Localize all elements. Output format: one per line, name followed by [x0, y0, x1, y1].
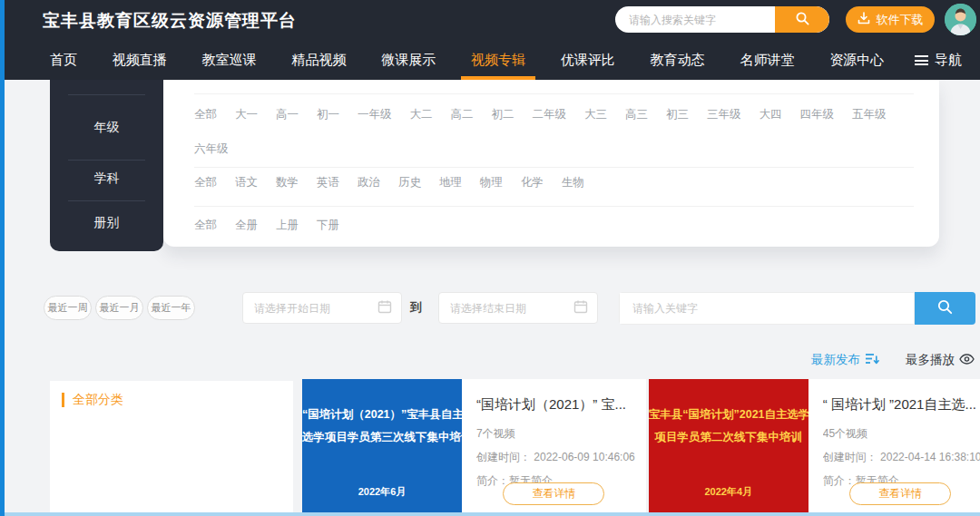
end-date-field [438, 292, 598, 324]
album-cover-date: 2022年4月 [649, 485, 808, 499]
album-info-0: “国培计划（2021）” 宝...7个视频创建时间： 2022-06-09 10… [462, 379, 646, 513]
software-download-button[interactable]: 软件下载 [846, 6, 935, 33]
filter-option[interactable]: 上册 [276, 216, 299, 234]
album-video-count: 45个视频 [823, 426, 980, 442]
filter-option[interactable]: 化学 [521, 173, 544, 191]
album-cover-title-line: 项目学员第二次线下集中培训 [649, 426, 808, 449]
filter-option[interactable]: 下册 [317, 216, 339, 234]
end-date-input[interactable] [439, 302, 573, 315]
album-title: “国培计划（2021）” 宝... [476, 395, 635, 414]
filter-option[interactable]: 英语 [317, 173, 339, 191]
filter-options-row-0: 全部大一高一初一一年级大二高二初二二年级大三高三初三三年级大四四年级五年级六年级 [194, 105, 914, 158]
quick-filter-last-year[interactable]: 最近一年 [147, 296, 195, 320]
filter-option[interactable]: 大二 [410, 105, 433, 123]
bottom-strip [0, 512, 980, 516]
filter-option[interactable]: 高二 [451, 105, 474, 123]
album-cover-date: 2022年6月 [302, 485, 462, 499]
nav-item-5[interactable]: 视频专辑 [466, 40, 530, 80]
filter-options-row-2: 全部全册上册下册 [194, 216, 914, 234]
category-header[interactable]: 全部分类 [62, 392, 293, 408]
filter-option[interactable]: 政治 [358, 173, 380, 191]
header: 宝丰县教育区级云资源管理平台 软件下载 首页视频直播教室巡课精品视频微课展示 [0, 0, 980, 80]
filter-option[interactable]: 六年级 [194, 140, 229, 158]
filter-option[interactable]: 二年级 [533, 105, 567, 123]
album-cover-title: 宝丰县“国培计划”2021自主选学项目学员第二次线下集中培训 [649, 404, 808, 449]
filter-option[interactable]: 全册 [235, 216, 258, 234]
eye-icon [959, 354, 975, 367]
album-info-1: “ 国培计划 ”2021自主选...45个视频创建时间： 2022-04-14 … [808, 379, 980, 513]
header-search [615, 6, 829, 33]
filter-category-0[interactable]: 年级 [50, 120, 163, 136]
divider [68, 160, 145, 161]
filter-option[interactable]: 大一 [235, 105, 258, 123]
page-title: 宝丰县教育区级云资源管理平台 [43, 9, 297, 33]
nav-item-6[interactable]: 优课评比 [556, 40, 620, 80]
view-detail-button[interactable]: 查看详情 [503, 482, 604, 505]
filter-option[interactable]: 数学 [276, 173, 299, 191]
avatar[interactable] [945, 4, 976, 35]
menu-icon [915, 55, 928, 65]
filter-option[interactable]: 历史 [398, 173, 421, 191]
nav-item-4[interactable]: 微课展示 [377, 40, 440, 80]
filter-options-panel: 全部大一高一初一一年级大二高二初二二年级大三高三初三三年级大四四年级五年级六年级… [163, 80, 939, 247]
keyword-search-button[interactable] [915, 292, 975, 325]
album-created-time: 创建时间： 2022-04-14 16:38:10 [823, 450, 980, 465]
filter-option[interactable]: 物理 [480, 173, 503, 191]
album-card-0: “国培计划（2021）”宝丰县自主选学项目学员第三次线下集中培训2022年6月“… [302, 379, 646, 513]
filter-option[interactable]: 全部 [194, 173, 217, 191]
divider [68, 94, 145, 95]
filter-option[interactable]: 生物 [562, 173, 584, 191]
sort-newest[interactable]: 最新发布 [811, 352, 880, 368]
filter-option[interactable]: 初一 [317, 105, 339, 123]
filter-option[interactable]: 四年级 [800, 105, 835, 123]
album-card-1: 宝丰县“国培计划”2021自主选学项目学员第二次线下集中培训2022年4月“ 国… [649, 379, 980, 513]
filter-category-2[interactable]: 册别 [50, 215, 163, 231]
header-search-input[interactable] [615, 6, 775, 33]
search-icon [936, 298, 954, 318]
album-cover-0[interactable]: “国培计划（2021）”宝丰县自主选学项目学员第三次线下集中培训2022年6月 [302, 379, 462, 513]
filter-option[interactable]: 全部 [194, 105, 217, 123]
nav-item-8[interactable]: 名师讲堂 [735, 40, 799, 80]
filter-option[interactable]: 一年级 [358, 105, 392, 123]
filter-option[interactable]: 大四 [760, 105, 782, 123]
filter-sidebar: 年级学科册别 [50, 80, 163, 251]
quick-filter-last-week[interactable]: 最近一周 [44, 296, 92, 320]
keyword-input[interactable] [620, 293, 914, 324]
divider [194, 93, 914, 94]
filter-category-1[interactable]: 学科 [50, 170, 163, 187]
nav-item-2[interactable]: 教室巡课 [198, 40, 261, 80]
filter-option[interactable]: 语文 [235, 173, 258, 191]
nav-more[interactable]: 导航 [915, 52, 962, 69]
filter-option[interactable]: 地理 [439, 173, 462, 191]
start-date-field [242, 292, 402, 324]
nav-item-0[interactable]: 首页 [45, 40, 82, 80]
nav-item-1[interactable]: 视频直播 [108, 40, 172, 80]
album-cover-1[interactable]: 宝丰县“国培计划”2021自主选学项目学员第二次线下集中培训2022年4月 [649, 379, 808, 513]
nav-more-label: 导航 [935, 52, 962, 69]
view-detail-button[interactable]: 查看详情 [849, 482, 951, 505]
nav-item-7[interactable]: 教育动态 [646, 40, 710, 80]
filter-option[interactable]: 五年级 [852, 105, 887, 123]
nav-item-9[interactable]: 资源中心 [825, 40, 888, 80]
album-video-count: 7个视频 [476, 426, 635, 442]
filter-option[interactable]: 大三 [584, 105, 607, 123]
keyword-field [619, 292, 915, 325]
filter-option[interactable]: 初三 [666, 105, 689, 123]
divider [68, 200, 145, 201]
sort-most-played-label: 最多播放 [906, 352, 955, 368]
album-cover-title-line: 选学项目学员第三次线下集中培训 [302, 426, 462, 449]
calendar-icon[interactable] [377, 299, 392, 317]
date-range-to-label: 到 [410, 299, 422, 316]
filter-option[interactable]: 三年级 [707, 105, 741, 123]
filter-option[interactable]: 全部 [194, 216, 217, 234]
calendar-icon[interactable] [573, 299, 588, 317]
header-search-button[interactable] [775, 6, 829, 33]
sort-most-played[interactable]: 最多播放 [906, 352, 975, 368]
quick-filter-last-month[interactable]: 最近一月 [95, 296, 143, 320]
filter-option[interactable]: 初二 [492, 105, 514, 123]
album-cover-title: “国培计划（2021）”宝丰县自主选学项目学员第三次线下集中培训 [302, 404, 462, 449]
start-date-input[interactable] [243, 302, 377, 315]
nav-item-3[interactable]: 精品视频 [287, 40, 350, 80]
filter-option[interactable]: 高一 [276, 105, 299, 123]
filter-option[interactable]: 高三 [625, 105, 648, 123]
